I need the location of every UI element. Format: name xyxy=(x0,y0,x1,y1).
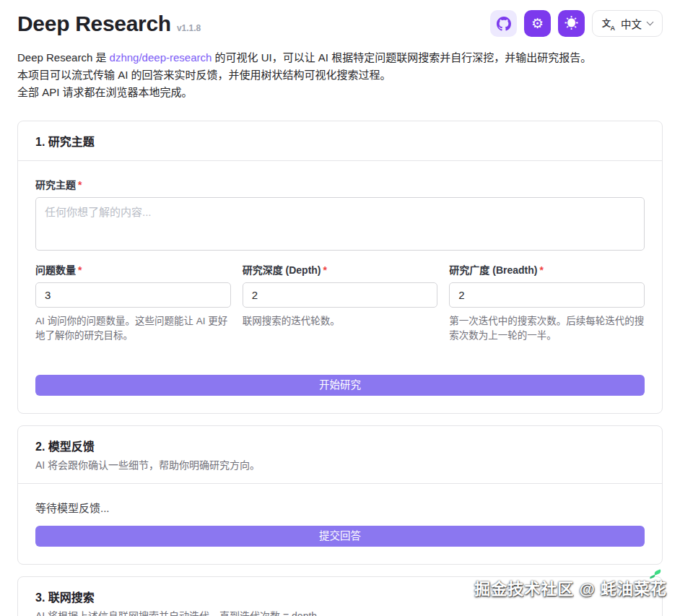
submit-answer-button[interactable]: 提交回答 xyxy=(35,526,645,547)
intro-line3: 全部 API 请求都在浏览器本地完成。 xyxy=(17,86,193,98)
page: Deep Research v1.1.8 ⚙ ☀ 文 A 中文 xyxy=(0,0,680,616)
required-asterisk: * xyxy=(323,264,327,276)
research-topic-card-header: 1. 研究主题 xyxy=(18,121,662,161)
watermark: 掘金技术社区 @ 蚝油菜花 xyxy=(474,576,667,599)
model-feedback-card-body: 等待模型反馈... 提交回答 xyxy=(18,484,662,564)
depth-input[interactable] xyxy=(243,282,438,308)
github-button[interactable] xyxy=(490,10,517,37)
watermark-text: 掘金技术社区 @ 蚝油菜花 xyxy=(474,580,667,598)
section2-title: 2. 模型反馈 xyxy=(35,437,645,454)
field-breadth: 研究广度 (Breadth)* 第一次迭代中的搜索次数。后续每轮迭代的搜索次数为… xyxy=(449,262,645,343)
section2-subtitle: AI 将会跟你确认一些细节，帮助你明确研究方向。 xyxy=(35,458,645,472)
header: Deep Research v1.1.8 ⚙ ☀ 文 A 中文 xyxy=(17,10,663,37)
theme-button[interactable]: ☀ xyxy=(558,10,585,37)
research-topic-card: 1. 研究主题 研究主题* 问题数量* AI 询问你的问题数量。这些问题能让 A… xyxy=(17,121,663,414)
section1-title: 1. 研究主题 xyxy=(35,132,645,149)
start-research-button[interactable]: 开始研究 xyxy=(35,375,645,396)
intro-line2: 本项目可以流式传输 AI 的回答来实时反馈，并使用树状结构可视化搜索过程。 xyxy=(17,69,391,81)
research-topic-card-body: 研究主题* 问题数量* AI 询问你的问题数量。这些问题能让 AI 更好地了解你… xyxy=(18,161,662,413)
gear-icon: ⚙ xyxy=(531,17,544,30)
repo-link[interactable]: dzhng/deep-research xyxy=(110,51,212,64)
section3-subtitle-line1: AI 将根据上述信息联网搜索并自动迭代，直到迭代次数 = depth。 xyxy=(35,609,645,616)
model-feedback-card-header: 2. 模型反馈 AI 将会跟你确认一些细节，帮助你明确研究方向。 xyxy=(18,426,662,484)
header-controls: ⚙ ☀ 文 A 中文 xyxy=(490,10,663,37)
github-icon xyxy=(497,17,511,31)
required-asterisk: * xyxy=(78,264,82,276)
field-depth: 研究深度 (Depth)* 联网搜索的迭代轮数。 xyxy=(243,262,438,343)
fields-grid: 问题数量* AI 询问你的问题数量。这些问题能让 AI 更好地了解你的研究目标。… xyxy=(35,262,645,343)
breadth-label: 研究广度 (Breadth)* xyxy=(449,262,544,277)
question-count-label: 问题数量* xyxy=(35,262,82,277)
field-question-count: 问题数量* AI 询问你的问题数量。这些问题能让 AI 更好地了解你的研究目标。 xyxy=(35,262,231,343)
version-label: v1.1.8 xyxy=(177,23,201,33)
intro-line1-suffix: 的可视化 UI，可以让 AI 根据特定问题联网搜索并自行深挖，并输出研究报告。 xyxy=(212,51,591,64)
question-count-input[interactable] xyxy=(35,282,231,308)
language-label: 中文 xyxy=(621,16,642,31)
required-asterisk: * xyxy=(539,264,543,276)
breadth-help: 第一次迭代中的搜索次数。后续每轮迭代的搜索次数为上一轮的一半。 xyxy=(449,314,645,343)
topic-textarea[interactable] xyxy=(35,197,645,251)
title-wrap: Deep Research v1.1.8 xyxy=(17,12,201,36)
settings-button[interactable]: ⚙ xyxy=(524,10,551,37)
depth-label: 研究深度 (Depth)* xyxy=(243,262,327,277)
chevron-down-icon xyxy=(647,19,654,26)
app-title: Deep Research xyxy=(17,12,171,36)
waiting-feedback-text: 等待模型反馈... xyxy=(35,500,645,515)
question-count-help: AI 询问你的问题数量。这些问题能让 AI 更好地了解你的研究目标。 xyxy=(35,314,231,343)
sun-icon: ☀ xyxy=(565,17,578,30)
translate-icon: 文 A xyxy=(602,17,615,30)
intro-paragraph: Deep Research 是 dzhng/deep-research 的可视化… xyxy=(17,49,663,101)
breadth-input[interactable] xyxy=(449,282,645,308)
depth-help: 联网搜索的迭代轮数。 xyxy=(243,314,438,329)
required-asterisk: * xyxy=(78,179,82,191)
topic-label: 研究主题* xyxy=(35,177,82,191)
model-feedback-card: 2. 模型反馈 AI 将会跟你确认一些细节，帮助你明确研究方向。 等待模型反馈.… xyxy=(17,425,663,565)
language-selector[interactable]: 文 A 中文 xyxy=(592,10,663,37)
intro-line1-prefix: Deep Research 是 xyxy=(17,51,110,64)
